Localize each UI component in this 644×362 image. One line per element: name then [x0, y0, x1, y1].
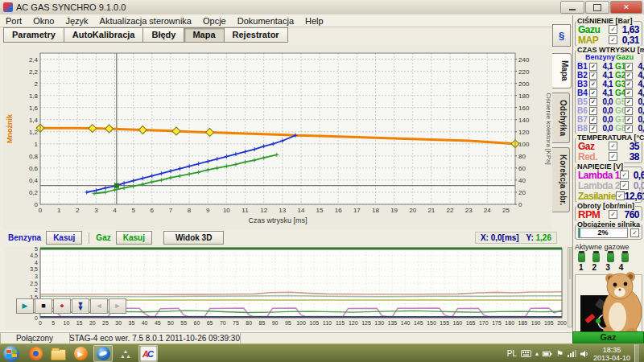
checkbox-rpm[interactable]: ✓: [609, 210, 617, 219]
taskbar-explorer-button[interactable]: [48, 345, 68, 362]
checkbox-b3[interactable]: ✓: [589, 80, 597, 88]
param-row-gaz: Gaz✓35: [577, 141, 640, 151]
checkbox-b8[interactable]: ✓: [589, 125, 597, 133]
svg-text:10: 10: [64, 320, 70, 326]
checkbox-g4[interactable]: ✓: [625, 89, 633, 97]
checkbox-b2[interactable]: ✓: [589, 72, 597, 80]
battery-icon[interactable]: [543, 351, 552, 357]
param-value-lambda-2: 0,00: [629, 180, 644, 191]
svg-text:2,5: 2,5: [30, 281, 38, 286]
recorder-panel[interactable]: 0510152025303540455055606570758085909510…: [5, 246, 567, 329]
svg-text:0,4: 0,4: [29, 177, 39, 184]
param-row-red-: Red.✓38: [577, 151, 640, 162]
menu-item-opcje[interactable]: Opcje: [197, 16, 232, 26]
injector-icon-2: [592, 253, 600, 262]
prev-button[interactable]: ◄: [90, 298, 108, 314]
svg-text:1,6: 1,6: [29, 105, 39, 112]
checkbox-zasilanie[interactable]: ✓: [616, 191, 625, 200]
record-button[interactable]: ●: [53, 298, 71, 314]
recorder-chart[interactable]: 0510152025303540455055606570758085909510…: [5, 246, 567, 329]
play-button[interactable]: ▶: [16, 298, 34, 314]
action-center-flag-icon[interactable]: ⚑: [556, 349, 564, 358]
value-g7: 0,0: [633, 115, 644, 124]
svg-text:40: 40: [518, 177, 526, 184]
svg-text:5: 5: [131, 207, 135, 214]
kasuj-benzyna-button[interactable]: Kasuj: [46, 231, 82, 245]
stop-icon: ■: [41, 302, 45, 310]
title-bar[interactable]: AC GAS SYNCHRO 9.1.0.0 ✕: [0, 0, 644, 14]
keyboard-icon[interactable]: [521, 350, 531, 357]
svg-text:80: 80: [518, 153, 526, 160]
checkbox-b5[interactable]: ✓: [589, 98, 597, 106]
column-gazu: Gazu: [616, 53, 634, 62]
volume-icon[interactable]: [580, 350, 589, 358]
taskbar-app-button[interactable]: ▲▲▲: [116, 345, 135, 362]
taskbar-firefox-button[interactable]: [26, 345, 45, 362]
kasuj-gaz-button[interactable]: Kasuj: [116, 231, 152, 245]
taskbar-media-player-button[interactable]: ▶: [71, 345, 90, 362]
checkbox-g7[interactable]: ✓: [625, 116, 633, 124]
param-value-lambda-1: 0,67: [629, 170, 644, 181]
checkbox-b4[interactable]: ✓: [589, 89, 597, 97]
checkbox-red-[interactable]: ✓: [609, 152, 617, 161]
tab-b-dy[interactable]: Błędy: [142, 27, 184, 43]
checkbox-g3[interactable]: ✓: [625, 80, 633, 88]
show-desktop-button[interactable]: [634, 344, 639, 362]
maximize-button[interactable]: [585, 1, 609, 14]
widok-3d-button[interactable]: Widok 3D: [163, 231, 224, 245]
menu-item-aktualizacja-sterownika[interactable]: Aktualizacja sterownika: [94, 16, 197, 26]
checkbox-g6[interactable]: ✓: [625, 107, 633, 115]
checkbox-g2[interactable]: ✓: [625, 72, 633, 80]
fuel-mode-indicator[interactable]: Gaz: [572, 331, 644, 343]
checkbox-map[interactable]: ✓: [609, 35, 617, 44]
svg-text:60: 60: [194, 320, 200, 326]
side-tab-korekcja-obr-[interactable]: Korekcja obr.: [552, 147, 570, 212]
menu-item-port[interactable]: Port: [0, 16, 27, 26]
taskbar-ac-gas-synchro-button[interactable]: AC: [138, 345, 158, 362]
tab-autokalibracja[interactable]: AutoKalibracja: [64, 27, 144, 43]
menu-item-j-zyk[interactable]: Język: [60, 16, 93, 26]
taskbar-clock[interactable]: 18:35 2013-04-10: [593, 346, 630, 362]
menu-item-okno[interactable]: Okno: [27, 16, 60, 26]
tray-language[interactable]: PL: [507, 349, 517, 358]
tab-mapa[interactable]: Mapa: [184, 27, 224, 43]
checkbox-b1[interactable]: ✓: [589, 63, 597, 71]
svg-text:120: 120: [518, 129, 530, 136]
injector-icon-1: [578, 253, 585, 262]
side-tab-odchy-ka[interactable]: Odchyłka: [552, 93, 570, 143]
checkbox-lambda-2[interactable]: ✓: [620, 181, 629, 190]
menu-item-help[interactable]: Help: [299, 16, 329, 26]
svg-text:70: 70: [220, 320, 226, 326]
tab-parametry[interactable]: Parametry: [3, 27, 64, 43]
connection-button[interactable]: §: [552, 24, 571, 47]
network-icon[interactable]: [568, 350, 576, 357]
taskbar-thunderbird-button[interactable]: [93, 345, 113, 362]
checkbox-b7[interactable]: ✓: [589, 116, 597, 124]
jump-end-button[interactable]: ▼▼: [72, 298, 89, 314]
checkbox-gaz[interactable]: ✓: [609, 142, 617, 150]
map-chart[interactable]: 0123456789101112131415161718192021222324…: [3, 45, 552, 230]
checkbox-lambda-1[interactable]: ✓: [620, 171, 629, 179]
svg-text:6: 6: [151, 207, 155, 214]
tab-rejestrator[interactable]: Rejestrator: [224, 27, 288, 43]
checkbox-g5[interactable]: ✓: [625, 98, 633, 106]
start-button[interactable]: [3, 346, 19, 362]
value-b1: 4,1: [597, 62, 613, 71]
checkbox-g1[interactable]: ✓: [625, 63, 633, 71]
minimize-button[interactable]: [560, 1, 584, 14]
menu-item-dokumentacja[interactable]: Dokumentacja: [232, 16, 299, 26]
checkbox-g8[interactable]: ✓: [625, 125, 633, 133]
tray-show-hidden-icon[interactable]: ▴: [535, 350, 539, 357]
media-player-icon: ▶: [74, 347, 88, 360]
stop-button[interactable]: ■: [35, 298, 52, 314]
injector-row-b8: B8✓0,0G8✓0,0: [577, 124, 640, 133]
next-button[interactable]: ►: [109, 298, 126, 314]
side-tab-mapa[interactable]: Mapa: [552, 53, 572, 88]
map-chart-panel[interactable]: 0123456789101112131415161718192021222324…: [3, 45, 552, 230]
checkbox-b6[interactable]: ✓: [589, 107, 597, 115]
checkbox-obciazenie[interactable]: ✓: [630, 228, 639, 237]
value-g5: 0,0: [633, 97, 644, 106]
checkbox-gazu[interactable]: ✓: [609, 25, 617, 34]
svg-text:0: 0: [35, 201, 39, 208]
close-button[interactable]: ✕: [610, 1, 642, 14]
